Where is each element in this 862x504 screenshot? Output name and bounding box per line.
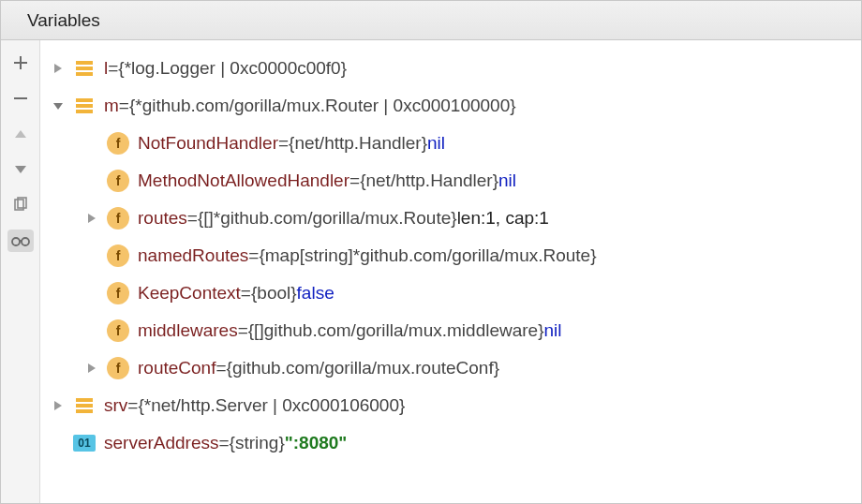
copy-icon: [12, 197, 29, 214]
var-eq: =: [127, 395, 138, 416]
field-row-keepcontext[interactable]: f KeepContext = {bool} false: [48, 274, 861, 312]
chevron-right-icon: [52, 63, 64, 74]
expand-caret[interactable]: [48, 395, 68, 416]
var-name: namedRoutes: [138, 245, 248, 266]
var-type: {*github.com/gorilla/mux.Router | 0xc000…: [129, 96, 516, 116]
var-name: m: [104, 96, 119, 116]
var-value: nil: [427, 133, 445, 154]
expand-caret[interactable]: [48, 58, 68, 79]
field-icon: f: [106, 206, 130, 230]
move-up-button[interactable]: [7, 123, 34, 145]
struct-icon: [72, 56, 97, 81]
var-type: {map[string]*github.com/gorilla/mux.Rout…: [259, 245, 596, 266]
var-type: {*net/http.Server | 0xc000106000}: [138, 395, 405, 416]
var-eq: =: [238, 320, 248, 341]
move-down-button[interactable]: [7, 158, 34, 181]
var-name: MethodNotAllowedHandler: [138, 170, 349, 191]
svg-rect-0: [14, 97, 27, 99]
var-type: {net/http.Handler}: [289, 133, 427, 154]
var-name: routeConf: [138, 358, 216, 378]
var-value: nil: [544, 320, 562, 341]
panel-body: l = {*log.Logger | 0xc0000c00f0} m = {*g…: [1, 40, 861, 503]
plus-icon: [12, 54, 29, 71]
arrow-up-icon: [13, 128, 28, 140]
field-row-routes[interactable]: f routes = {[]*github.com/gorilla/mux.Ro…: [48, 200, 861, 237]
svg-rect-8: [76, 98, 93, 102]
var-type: {github.com/gorilla/mux.routeConf}: [227, 358, 500, 378]
var-row-srv[interactable]: srv = {*net/http.Server | 0xc000106000}: [48, 387, 861, 424]
var-name: serverAddress: [104, 433, 219, 453]
var-name: routes: [138, 208, 187, 229]
var-eq: =: [349, 170, 360, 191]
struct-icon: [72, 393, 97, 418]
var-type: {[]github.com/gorilla/mux.middleware}: [248, 320, 544, 341]
var-row-l[interactable]: l = {*log.Logger | 0xc0000c00f0}: [48, 50, 861, 87]
var-name: srv: [104, 395, 127, 416]
var-eq: =: [248, 245, 259, 266]
var-eq: =: [108, 58, 118, 79]
variables-tree[interactable]: l = {*log.Logger | 0xc0000c00f0} m = {*g…: [40, 40, 861, 503]
field-row-methodnotallowed[interactable]: f MethodNotAllowedHandler = {net/http.Ha…: [48, 162, 861, 200]
var-name: NotFoundHandler: [138, 133, 278, 154]
svg-rect-9: [76, 104, 93, 108]
field-icon: f: [106, 169, 130, 193]
arrow-down-icon: [13, 164, 28, 175]
var-eq: =: [278, 133, 289, 154]
chevron-down-icon: [52, 100, 64, 111]
var-type: {bool}: [251, 283, 297, 304]
field-icon: f: [106, 244, 130, 268]
field-row-namedroutes[interactable]: f namedRoutes = {map[string]*github.com/…: [48, 237, 861, 274]
copy-button[interactable]: [7, 194, 34, 216]
field-row-middlewares[interactable]: f middlewares = {[]github.com/gorilla/mu…: [48, 312, 861, 349]
var-row-m[interactable]: m = {*github.com/gorilla/mux.Router | 0x…: [48, 87, 861, 125]
field-row-routeconf[interactable]: f routeConf = {github.com/gorilla/mux.ro…: [48, 349, 861, 387]
minus-icon: [12, 90, 29, 107]
field-row-notfoundhandler[interactable]: f NotFoundHandler = {net/http.Handler} n…: [48, 125, 861, 162]
field-icon: f: [106, 319, 130, 343]
panel-header: Variables: [1, 1, 861, 40]
add-watch-button[interactable]: [7, 52, 34, 74]
field-icon: f: [106, 281, 130, 305]
var-eq: =: [187, 208, 198, 229]
var-eq: =: [216, 358, 226, 378]
var-type: {[]*github.com/gorilla/mux.Route}: [198, 208, 457, 229]
field-icon: f: [106, 356, 130, 380]
panel-title: Variables: [27, 10, 100, 31]
field-icon: f: [106, 131, 130, 156]
var-eq: =: [241, 283, 251, 304]
var-value: nil: [498, 170, 516, 191]
show-watches-button[interactable]: [7, 230, 34, 252]
expand-caret[interactable]: [82, 358, 102, 378]
string-icon: 01: [72, 431, 97, 455]
var-value: ":8080": [285, 433, 348, 453]
var-meta: len:1, cap:1: [457, 208, 549, 229]
struct-icon: [72, 94, 97, 118]
svg-rect-13: [76, 409, 93, 413]
svg-rect-10: [76, 110, 93, 113]
var-name: middlewares: [138, 320, 238, 341]
svg-rect-12: [76, 404, 93, 408]
remove-watch-button[interactable]: [7, 87, 34, 110]
chevron-right-icon: [52, 400, 64, 411]
svg-rect-6: [76, 67, 93, 70]
svg-point-3: [12, 238, 20, 245]
var-row-serveraddress[interactable]: 01 serverAddress = {string} ":8080": [48, 424, 861, 462]
svg-rect-7: [76, 72, 93, 76]
gutter: [1, 40, 40, 503]
variables-panel: Variables: [0, 0, 862, 504]
svg-rect-11: [76, 398, 93, 402]
var-type: {*log.Logger | 0xc0000c00f0}: [118, 58, 347, 79]
collapse-caret[interactable]: [48, 96, 68, 116]
var-type: {string}: [230, 433, 285, 453]
var-type: {net/http.Handler}: [360, 170, 498, 191]
svg-point-4: [22, 238, 29, 245]
var-value: false: [297, 283, 334, 304]
var-eq: =: [119, 96, 129, 116]
chevron-right-icon: [86, 213, 97, 224]
glasses-icon: [10, 234, 31, 247]
var-eq: =: [219, 433, 230, 453]
expand-caret[interactable]: [82, 208, 102, 229]
chevron-right-icon: [86, 363, 97, 374]
var-name: KeepContext: [138, 283, 241, 304]
svg-rect-5: [76, 61, 93, 65]
